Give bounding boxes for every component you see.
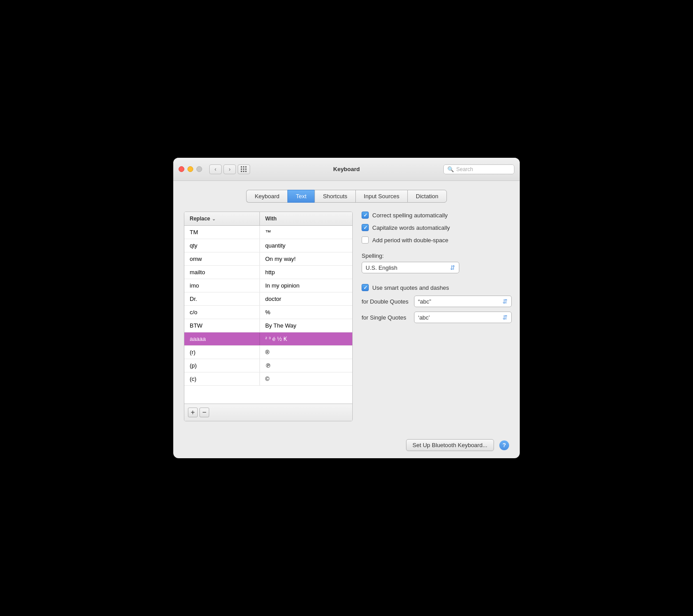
- cell-replace: c/o: [184, 306, 260, 319]
- smart-quotes-row: ✓ Use smart quotes and dashes: [362, 284, 512, 291]
- single-quotes-row: for Single Quotes ‘abc’ ⇵: [362, 312, 512, 323]
- content-area: Keyboard Text Shortcuts Input Sources Di…: [173, 181, 520, 432]
- table-row[interactable]: (c) ©: [184, 372, 352, 386]
- dropdown-arrows-icon: ⇵: [502, 314, 508, 321]
- dropdown-arrows-icon: ⇵: [450, 264, 455, 271]
- table-row[interactable]: imo In my opinion: [184, 279, 352, 292]
- keyboard-preferences-window: ‹ › Keyboard 🔍 Search Keyboard Text Shor…: [173, 158, 520, 458]
- checkmark-icon: ✓: [363, 212, 367, 218]
- table-row[interactable]: TM ™: [184, 226, 352, 239]
- tab-input-sources[interactable]: Input Sources: [355, 190, 407, 203]
- capitalize-words-row: ✓ Capitalize words automatically: [362, 224, 512, 231]
- search-icon: 🔍: [447, 166, 454, 172]
- smart-quotes-label: Use smart quotes and dashes: [372, 284, 449, 291]
- table-header: Replace ⌄ With: [184, 212, 352, 226]
- capitalize-words-label: Capitalize words automatically: [372, 224, 450, 231]
- table-row[interactable]: (p) ℗: [184, 359, 352, 372]
- correct-spelling-label: Correct spelling automatically: [372, 212, 448, 219]
- capitalize-words-checkbox[interactable]: ✓: [362, 224, 369, 231]
- bluetooth-keyboard-button[interactable]: Set Up Bluetooth Keyboard...: [406, 439, 494, 451]
- cell-replace: mailto: [184, 266, 260, 279]
- bottom-bar: Set Up Bluetooth Keyboard... ?: [173, 432, 520, 458]
- cell-replace: (c): [184, 372, 260, 385]
- cell-with: ² ³ é ½ ₭: [260, 332, 352, 345]
- double-quotes-value: “abc”: [418, 298, 502, 305]
- cell-replace: (r): [184, 346, 260, 359]
- table-row[interactable]: (r) ®: [184, 346, 352, 359]
- tab-dictation[interactable]: Dictation: [407, 190, 447, 203]
- col-replace-header[interactable]: Replace ⌄: [184, 212, 260, 225]
- spelling-label: Spelling:: [362, 252, 512, 259]
- titlebar: ‹ › Keyboard 🔍 Search: [173, 158, 520, 181]
- tab-bar: Keyboard Text Shortcuts Input Sources Di…: [184, 190, 509, 203]
- nav-buttons: ‹ ›: [209, 164, 236, 174]
- search-placeholder: Search: [456, 166, 473, 172]
- table-row[interactable]: c/o %: [184, 306, 352, 319]
- table-row[interactable]: aaaaa ² ³ é ½ ₭: [184, 332, 352, 346]
- tab-text[interactable]: Text: [287, 190, 315, 203]
- table-body: TM ™ qty quantity omw On my way! mailto …: [184, 226, 352, 404]
- col-with-header: With: [260, 212, 352, 225]
- tab-keyboard[interactable]: Keyboard: [246, 190, 287, 203]
- correct-spelling-checkbox[interactable]: ✓: [362, 212, 369, 219]
- add-period-checkbox[interactable]: [362, 236, 369, 244]
- table-row[interactable]: qty quantity: [184, 239, 352, 252]
- quotes-section: ✓ Use smart quotes and dashes for Double…: [362, 284, 512, 323]
- table-footer: + −: [184, 404, 352, 421]
- cell-replace: imo: [184, 279, 260, 292]
- cell-with: By The Way: [260, 319, 352, 332]
- traffic-lights: [179, 166, 202, 172]
- double-quotes-dropdown[interactable]: “abc” ⇵: [414, 296, 512, 307]
- grid-button[interactable]: [238, 164, 250, 174]
- table-row[interactable]: omw On my way!: [184, 252, 352, 266]
- cell-replace: omw: [184, 252, 260, 265]
- cell-replace: TM: [184, 226, 260, 239]
- table-row[interactable]: BTW By The Way: [184, 319, 352, 332]
- cell-with: ™: [260, 226, 352, 239]
- cell-replace: Dr.: [184, 292, 260, 305]
- single-quotes-dropdown[interactable]: ‘abc’ ⇵: [414, 312, 512, 323]
- back-button[interactable]: ‹: [209, 164, 222, 174]
- dropdown-arrows-icon: ⇵: [502, 298, 508, 305]
- add-period-label: Add period with double-space: [372, 237, 448, 244]
- checkmark-icon: ✓: [363, 225, 367, 231]
- window-title: Keyboard: [333, 166, 360, 172]
- cell-replace: aaaaa: [184, 332, 260, 345]
- close-button[interactable]: [179, 166, 184, 172]
- sort-arrow-icon: ⌄: [212, 216, 215, 221]
- text-substitution-table: Replace ⌄ With TM ™ qty quantity omw On …: [184, 212, 353, 421]
- search-box[interactable]: 🔍 Search: [443, 164, 514, 174]
- cell-with: On my way!: [260, 252, 352, 265]
- cell-with: ℗: [260, 359, 352, 372]
- correct-spelling-row: ✓ Correct spelling automatically: [362, 212, 512, 219]
- cell-with: ©: [260, 372, 352, 385]
- cell-with: %: [260, 306, 352, 319]
- spelling-value: U.S. English: [366, 264, 450, 271]
- table-row[interactable]: mailto http: [184, 266, 352, 279]
- maximize-button[interactable]: [196, 166, 202, 172]
- cell-with: http: [260, 266, 352, 279]
- tab-shortcuts[interactable]: Shortcuts: [315, 190, 355, 203]
- double-quotes-label: for Double Quotes: [362, 298, 410, 305]
- table-row[interactable]: Dr. doctor: [184, 292, 352, 306]
- cell-with: ®: [260, 346, 352, 359]
- help-button[interactable]: ?: [499, 440, 509, 450]
- settings-panel: ✓ Correct spelling automatically ✓ Capit…: [362, 212, 512, 421]
- add-row-button[interactable]: +: [188, 408, 198, 417]
- remove-row-button[interactable]: −: [199, 408, 209, 417]
- cell-replace: (p): [184, 359, 260, 372]
- forward-button[interactable]: ›: [223, 164, 236, 174]
- spelling-dropdown[interactable]: U.S. English ⇵: [362, 262, 459, 273]
- spelling-section: Spelling: U.S. English ⇵: [362, 252, 512, 273]
- cell-replace: qty: [184, 239, 260, 252]
- single-quotes-value: ‘abc’: [418, 314, 502, 321]
- single-quotes-label: for Single Quotes: [362, 314, 410, 321]
- cell-with: doctor: [260, 292, 352, 305]
- grid-icon: [241, 166, 247, 172]
- cell-with: quantity: [260, 239, 352, 252]
- checkmark-icon: ✓: [363, 285, 367, 291]
- cell-replace: BTW: [184, 319, 260, 332]
- smart-quotes-checkbox[interactable]: ✓: [362, 284, 369, 291]
- minimize-button[interactable]: [187, 166, 193, 172]
- main-area: Replace ⌄ With TM ™ qty quantity omw On …: [184, 212, 509, 421]
